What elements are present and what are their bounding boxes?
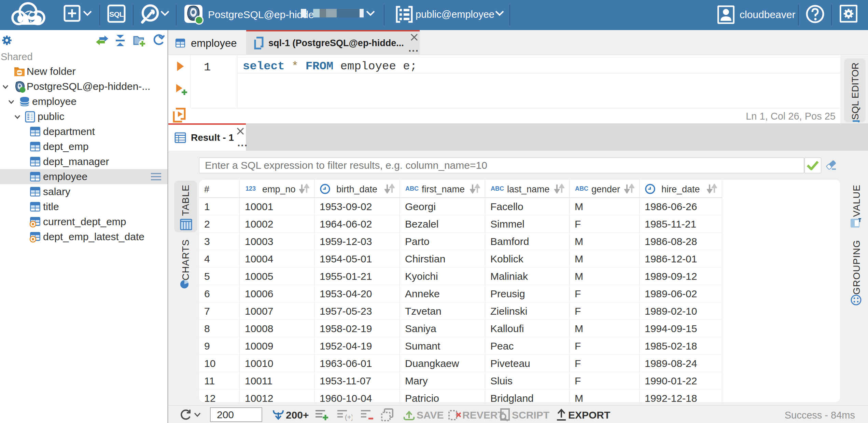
- svg-text:(+): (+): [345, 413, 352, 421]
- svg-text:SQL: SQL: [109, 10, 124, 18]
